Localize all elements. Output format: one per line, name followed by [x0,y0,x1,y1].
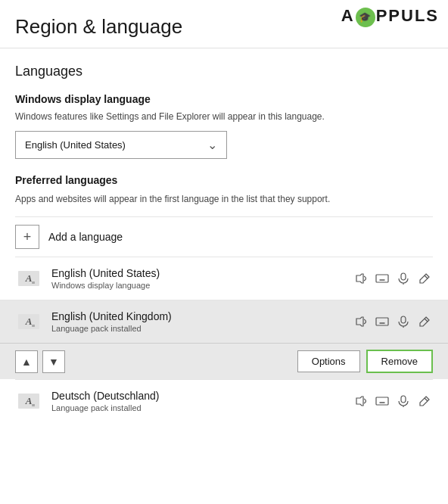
display-language-label: Windows display language [15,93,433,105]
svg-text:≡: ≡ [31,402,35,409]
page-container: Region & language A🎓PPULS Languages Wind… [0,0,448,504]
add-language-label: Add a language [48,231,123,243]
display-language-dropdown[interactable]: English (United States) ⌄ [15,131,227,159]
lang-status-de-de: Language pack installed [51,403,353,412]
svg-rect-33 [401,396,406,403]
edit-icon-en-gb[interactable] [416,313,433,330]
lang-info-de-de: Deutsch (Deutschland) Language pack inst… [51,390,353,412]
mic-icon-en-gb[interactable] [395,313,412,330]
svg-rect-15 [376,318,388,325]
edit-icon-de-de[interactable] [416,393,433,409]
add-icon: + [15,225,39,249]
svg-line-23 [425,319,428,322]
logo-circle: 🎓 [356,8,375,27]
lang-icon-de-de: A ≡ [15,387,42,415]
svg-rect-9 [401,273,406,280]
mic-icon-de-de[interactable] [395,393,412,409]
move-up-button[interactable]: ▲ [15,350,38,373]
languages-section-title: Languages [15,64,433,79]
keyboard-icon-en-us[interactable] [374,270,390,287]
preferred-languages-group: Preferred languages Apps and websites wi… [15,174,433,422]
display-language-desc: Windows features like Settings and File … [15,110,433,123]
lang-status-en-us: Windows display language [51,281,353,290]
lang-icon-en-us: A ≡ [15,265,42,292]
preferred-desc: Apps and websites will appear in the fir… [15,192,433,206]
mic-icon-en-us[interactable] [395,270,412,287]
keyboard-icon-de-de[interactable] [374,393,390,409]
lang-info-en-gb: English (United Kingdom) Language pack i… [51,310,353,333]
lang-icon-en-gb: A ≡ [15,308,42,335]
remove-button[interactable]: Remove [366,350,433,373]
svg-line-11 [425,275,428,278]
dropdown-value: English (United States) [25,139,126,151]
edit-icon-en-us[interactable] [416,270,433,287]
header-area: Region & language A🎓PPULS [0,0,448,48]
language-row-en-us[interactable]: A ≡ English (United States) Windows disp… [15,257,433,300]
display-language-group: Windows display language Windows feature… [15,93,433,159]
keyboard-icon-en-gb[interactable] [374,313,390,330]
options-button[interactable]: Options [297,350,360,372]
preferred-label: Preferred languages [15,174,433,186]
speech-icon-de-de[interactable] [353,393,369,409]
lang-name-de-de: Deutsch (Deutschland) [51,390,353,402]
speech-icon-en-gb[interactable] [353,313,369,330]
lang-name-en-gb: English (United Kingdom) [51,310,353,322]
svg-rect-3 [376,275,388,282]
selected-row-controls: ▲ ▼ Options Remove [0,343,448,379]
svg-rect-21 [401,316,406,323]
lang-status-en-gb: Language pack installed [51,324,353,333]
logo-text: A🎓PPULS [341,6,439,28]
add-language-row[interactable]: + Add a language [15,216,433,257]
lang-actions-de-de [353,393,433,409]
chevron-down-icon: ⌄ [207,138,217,152]
language-row-de-de[interactable]: A ≡ Deutsch (Deutschland) Language pack … [15,379,433,422]
move-down-button[interactable]: ▼ [42,350,65,373]
svg-text:≡: ≡ [31,279,35,286]
page-title: Region & language [15,15,182,39]
speech-icon-en-us[interactable] [353,270,369,287]
lang-name-en-us: English (United States) [51,267,353,279]
svg-text:≡: ≡ [31,322,35,329]
language-row-en-gb[interactable]: A ≡ English (United Kingdom) Language pa… [0,300,448,343]
content-area: Languages Windows display language Windo… [0,48,448,437]
lang-actions-en-gb [353,313,433,330]
lang-actions-en-us [353,270,433,287]
svg-line-35 [425,398,428,401]
watermark-logo: A🎓PPULS [341,6,439,28]
svg-rect-27 [376,397,388,405]
lang-info-en-us: English (United States) Windows display … [51,267,353,290]
